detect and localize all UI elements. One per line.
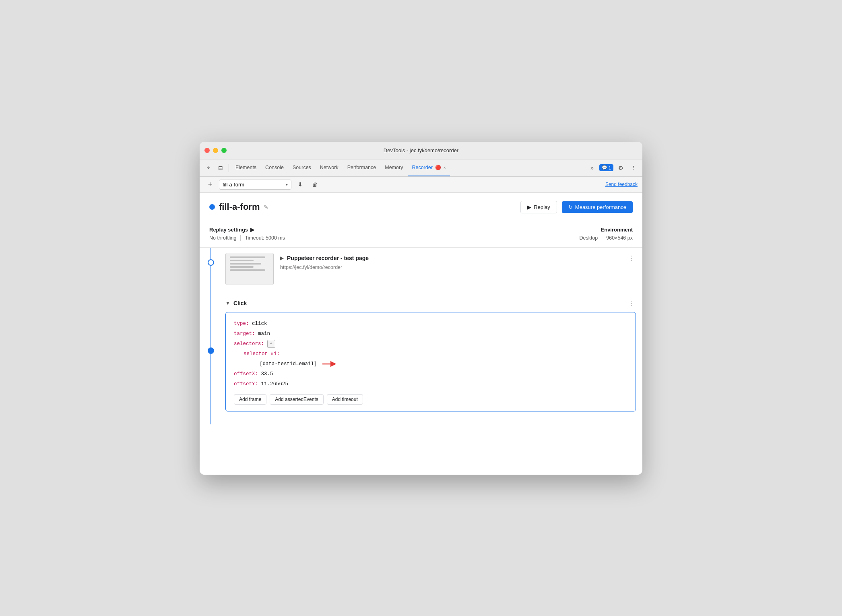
recording-status-dot (209, 204, 215, 210)
page-step-inner: ▶ Puppeteer recorder - test page ⋮ https… (225, 253, 636, 285)
env-title: Environment (579, 227, 633, 233)
delete-btn[interactable]: 🗑 (309, 179, 320, 190)
cursor-icon-btn[interactable]: ⌖ (203, 162, 214, 174)
thumb-lines (226, 253, 273, 274)
timeline-line (210, 248, 211, 424)
panel-icon-btn[interactable]: ⊟ (215, 162, 226, 174)
page-step: ▶ Puppeteer recorder - test page ⋮ https… (225, 253, 636, 285)
settings-detail: No throttling Timeout: 5000 ms (209, 235, 285, 241)
thumb-line-1 (230, 256, 265, 258)
steps-content-column: ▶ Puppeteer recorder - test page ⋮ https… (222, 248, 642, 424)
replay-settings-title[interactable]: Replay settings ▶ (209, 227, 285, 233)
close-button[interactable] (204, 148, 210, 153)
replay-button[interactable]: ▶ Replay (520, 201, 557, 213)
tab-performance[interactable]: Performance (343, 159, 380, 176)
steps-row: ▶ Puppeteer recorder - test page ⋮ https… (200, 248, 642, 424)
add-asserted-events-button[interactable]: Add assertedEvents (270, 394, 323, 405)
code-type-line: type: click (234, 319, 627, 329)
settings-icon: ⚙ (618, 165, 623, 171)
chat-badge[interactable]: 💬 1 (599, 164, 613, 171)
page-step-kebab-btn[interactable]: ⋮ (626, 253, 636, 264)
offsetY-prop: offsetY: (234, 379, 258, 389)
customize-icon: ⋮ (631, 165, 636, 171)
page-step-expand-icon[interactable]: ▶ (280, 255, 284, 261)
tab-console[interactable]: Console (261, 159, 288, 176)
header-actions: ▶ Replay ↻ Measure performance (520, 201, 633, 213)
tab-sources[interactable]: Sources (289, 159, 315, 176)
code-offsetX-line: offsetX: 33.5 (234, 369, 627, 379)
environment-settings: Environment Desktop 960×546 px (579, 227, 633, 241)
more-tabs-icon: » (590, 165, 594, 171)
minimize-button[interactable] (213, 148, 218, 153)
tab-elements[interactable]: Elements (231, 159, 260, 176)
click-step-kebab-btn[interactable]: ⋮ (626, 298, 636, 309)
customize-btn[interactable]: ⋮ (628, 162, 639, 174)
recording-select[interactable]: fill-a-form ▾ (219, 180, 291, 190)
code-selector1-line: selector #1: (244, 349, 627, 359)
panel-icon: ⊟ (218, 165, 223, 171)
tab-recorder[interactable]: Recorder 🔴 × (408, 159, 450, 176)
timeline-dot-1 (208, 259, 214, 266)
page-step-header: ▶ Puppeteer recorder - test page ⋮ (280, 253, 636, 264)
selector-nested: selector #1: [data-testid=email] (244, 349, 627, 369)
edit-title-icon[interactable]: ✎ (264, 204, 268, 210)
thumb-line-3 (230, 263, 261, 265)
click-step-expand-icon[interactable]: ▼ (225, 300, 230, 306)
settings-section: Replay settings ▶ No throttling Timeout:… (200, 220, 642, 248)
select-arrow-icon: ▾ (286, 182, 288, 187)
add-frame-button[interactable]: Add frame (234, 394, 266, 405)
download-btn[interactable]: ⬇ (295, 179, 306, 190)
selectors-prop: selectors: (234, 339, 264, 349)
code-offsetY-line: offsetY: 11.265625 (234, 379, 627, 389)
settings-btn[interactable]: ⚙ (615, 162, 626, 174)
page-step-title-area: ▶ Puppeteer recorder - test page (280, 255, 369, 261)
replay-settings: Replay settings ▶ No throttling Timeout:… (209, 227, 285, 241)
add-timeout-button[interactable]: Add timeout (327, 394, 363, 405)
page-thumbnail (225, 253, 274, 285)
selector1-val: [data-testid=email] (260, 359, 317, 369)
selector-inspect-icon[interactable]: ⌖ (267, 340, 275, 348)
selector1-prop: selector #1: (244, 349, 280, 359)
click-step-title-area: ▼ Click (225, 300, 247, 306)
red-arrow-icon (320, 360, 336, 368)
thumb-inner (226, 253, 273, 285)
code-selector1-val-line: [data-testid=email] (260, 359, 627, 369)
recorder-header: fill-a-form ✎ ▶ Replay ↻ Measure perform… (200, 193, 642, 220)
target-val: main (258, 329, 270, 339)
recording-title: fill-a-form (219, 202, 260, 212)
add-recording-btn[interactable]: + (204, 179, 216, 190)
maximize-button[interactable] (221, 148, 227, 153)
tab-memory[interactable]: Memory (381, 159, 407, 176)
code-target-line: target: main (234, 329, 627, 339)
page-step-url: https://jec.fyi/demo/recorder (280, 265, 636, 270)
performance-icon: ↻ (568, 204, 573, 210)
step-action-buttons: Add frame Add assertedEvents Add timeout (234, 394, 627, 405)
traffic-lights (204, 148, 227, 153)
measure-performance-button[interactable]: ↻ Measure performance (562, 201, 633, 213)
recorder-main: fill-a-form ✎ ▶ Replay ↻ Measure perform… (200, 193, 642, 475)
timeline-column (200, 248, 222, 424)
page-step-title: Puppeteer recorder - test page (287, 255, 369, 261)
download-icon: ⬇ (298, 181, 303, 188)
timeline-dot-2 (208, 347, 214, 354)
click-step-body: type: click target: main selectors: ⌖ (225, 312, 636, 411)
trash-icon: 🗑 (312, 181, 318, 188)
click-step-title: Click (233, 300, 247, 306)
steps-wrapper: ▶ Puppeteer recorder - test page ⋮ https… (200, 248, 642, 424)
cursor-icon: ⌖ (207, 164, 210, 171)
recorder-tab-close[interactable]: × (444, 165, 446, 170)
titlebar: DevTools - jec.fyi/demo/recorder (200, 142, 642, 159)
code-selectors-line: selectors: ⌖ (234, 339, 627, 349)
recorder-tab-icon: 🔴 (435, 165, 441, 170)
send-feedback-link[interactable]: Send feedback (605, 182, 638, 187)
click-step: ▼ Click ⋮ type: click target: (225, 295, 636, 411)
window-title: DevTools - jec.fyi/demo/recorder (384, 147, 458, 153)
tab-separator (229, 164, 229, 172)
more-tabs-btn[interactable]: » (586, 162, 598, 174)
devtools-window: DevTools - jec.fyi/demo/recorder ⌖ ⊟ Ele… (200, 142, 642, 475)
recorder-toolbar: + fill-a-form ▾ ⬇ 🗑 Send feedback (200, 177, 642, 193)
offsetX-val: 33.5 (261, 369, 273, 379)
play-icon: ▶ (527, 204, 531, 210)
chat-icon: 💬 (602, 165, 607, 170)
tab-network[interactable]: Network (316, 159, 343, 176)
